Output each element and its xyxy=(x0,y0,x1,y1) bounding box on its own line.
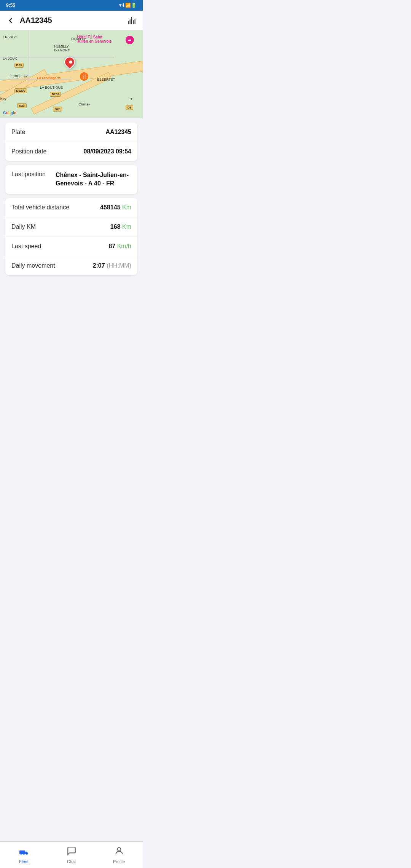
total-distance-label: Total vehicle distance xyxy=(11,204,69,211)
top-navigation: AA12345 xyxy=(0,11,143,30)
position-date-label: Position date xyxy=(11,148,47,155)
last-position-card: Last position Chênex - Saint-Julien-en-G… xyxy=(5,165,137,194)
map-label-la-joux: LA JOUX xyxy=(3,57,17,61)
map-label-la-boutique: LA BOUTIQUE xyxy=(40,86,63,89)
page-title: AA12345 xyxy=(20,16,127,25)
last-position-label: Last position xyxy=(11,171,49,178)
road-label-d23-3: D23 xyxy=(53,107,62,112)
road-label-d23-1: D23 xyxy=(14,63,24,68)
back-button[interactable] xyxy=(6,16,15,25)
restaurant-icon: 🍴 xyxy=(80,72,88,81)
info-section: Plate AA12345 Position date 08/09/2023 0… xyxy=(0,118,143,314)
status-bar: 9:55 ▾⬇📶🔋 xyxy=(0,0,143,11)
total-distance-value: 458145 Km xyxy=(100,204,131,211)
stats-card: Total vehicle distance 458145 Km Daily K… xyxy=(5,198,137,275)
map-label-restaurant: La Fromagerie xyxy=(37,76,61,80)
map-label-france: FRANCE xyxy=(3,35,17,39)
road-label-d23-2: D23 xyxy=(17,103,27,108)
last-speed-row: Last speed 87 Km/h xyxy=(5,237,137,256)
daily-km-value: 168 Km xyxy=(110,223,131,230)
daily-km-row: Daily KM 168 Km xyxy=(5,217,137,237)
last-speed-label: Last speed xyxy=(11,243,41,250)
road-label-d9: D9 xyxy=(126,105,133,110)
map-label-humilly-damont: HUMILLYD'AMONT xyxy=(54,45,70,52)
map-label-essertet: ESSERTET xyxy=(97,78,115,81)
chart-icon[interactable] xyxy=(127,16,137,26)
plate-value: AA12345 xyxy=(105,129,131,136)
map-label-hotel: Hôtel F1 SaintJulien en Genevois xyxy=(77,35,112,43)
daily-movement-label: Daily movement xyxy=(11,262,55,269)
last-speed-value: 87 Km/h xyxy=(108,243,131,250)
position-date-row: Position date 08/09/2023 09:54 xyxy=(5,142,137,161)
map-view[interactable]: FRANCE HUMILLY HUMILLYD'AMONT LA JOUX LE… xyxy=(0,30,143,118)
road-label-d1206: D1206 xyxy=(14,88,27,93)
daily-movement-row: Daily movement 2:07 (HH:MM) xyxy=(5,256,137,275)
plate-date-card: Plate AA12345 Position date 08/09/2023 0… xyxy=(5,123,137,161)
map-label-leiry: leiry xyxy=(0,97,6,101)
map-label-chenex: Chênex xyxy=(78,102,90,106)
location-pin xyxy=(64,57,75,67)
position-date-value: 08/09/2023 09:54 xyxy=(84,148,131,155)
map-label-le: L'E xyxy=(129,97,134,101)
status-icons: ▾⬇📶🔋 xyxy=(119,3,137,8)
daily-km-label: Daily KM xyxy=(11,223,36,230)
google-logo: Google xyxy=(3,111,16,115)
daily-movement-value: 2:07 (HH:MM) xyxy=(93,262,131,269)
hotel-icon: 🛏 xyxy=(126,36,134,44)
map-label-le-biollay: LE BIOLLAY xyxy=(9,74,28,78)
status-time: 9:55 xyxy=(6,3,15,8)
road-label-d239: D239 xyxy=(50,92,61,97)
plate-label: Plate xyxy=(11,129,25,136)
total-distance-row: Total vehicle distance 458145 Km xyxy=(5,198,137,217)
plate-row: Plate AA12345 xyxy=(5,123,137,142)
last-position-value: Chênex - Saint-Julien-en-Genevois - A 40… xyxy=(56,171,131,188)
